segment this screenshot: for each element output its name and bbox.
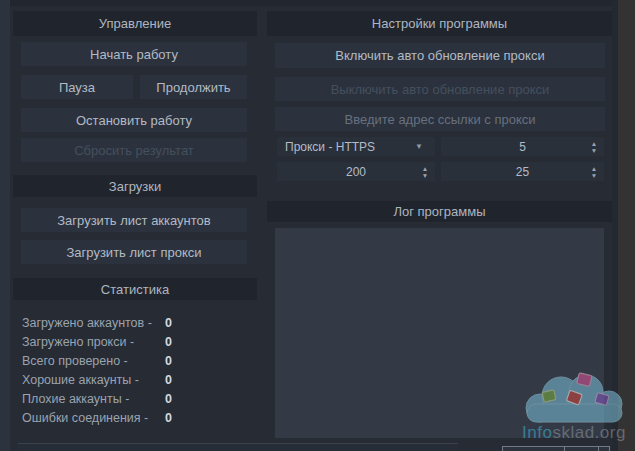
resume-button[interactable]: Продолжить <box>140 75 247 99</box>
stat-row-bad-accounts: Плохие аккаунты - 0 <box>22 390 250 409</box>
load-proxies-button[interactable]: Загрузить лист прокси <box>21 240 247 264</box>
spinbox-bottom-right-arrows[interactable]: ▲ ▼ <box>586 163 602 180</box>
cloud-icon <box>516 366 632 424</box>
chevron-down-icon: ▼ <box>415 142 423 151</box>
section-header-settings: Настройки программы <box>267 11 612 36</box>
spin-up-icon[interactable]: ▲ <box>422 165 428 172</box>
start-work-button[interactable]: Начать работу <box>21 42 247 66</box>
spin-down-icon[interactable]: ▼ <box>422 172 428 179</box>
stat-row-loaded-accounts: Загружено аккаунтов - 0 <box>22 314 250 333</box>
section-header-downloads: Загрузки <box>13 175 257 197</box>
bottom-partial-segment[interactable] <box>565 447 599 451</box>
spinbox-bottom-right[interactable]: 25 ▲ ▼ <box>441 162 604 181</box>
spinbox-top-value: 5 <box>519 140 526 154</box>
stat-row-good-accounts: Хорошие аккаунты - 0 <box>22 371 250 390</box>
section-header-log: Лог программы <box>267 201 612 222</box>
disable-auto-proxy-update-button[interactable]: Выключить авто обновление прокси <box>275 77 605 101</box>
proxy-type-selected-value: Прокси - HTTPS <box>277 140 375 154</box>
spinbox-top-arrows[interactable]: ▲ ▼ <box>586 138 602 155</box>
stat-value: 0 <box>165 392 172 406</box>
watermark-brand-accent: Info <box>522 423 552 442</box>
spin-down-icon[interactable]: ▼ <box>591 172 597 179</box>
window-left-edge <box>0 0 10 451</box>
stat-label: Плохие аккаунты - <box>22 392 129 406</box>
spin-down-icon[interactable]: ▼ <box>591 147 597 154</box>
stat-label: Загружено аккаунтов - <box>22 316 152 330</box>
bottom-partial-control[interactable] <box>502 446 610 451</box>
spinbox-top[interactable]: 5 ▲ ▼ <box>441 137 604 156</box>
stat-row-total-checked: Всего проверено - 0 <box>22 352 250 371</box>
stat-label: Хорошие аккаунты - <box>22 373 139 387</box>
spinbox-bottom-left-value: 200 <box>346 165 366 179</box>
proxy-url-input[interactable] <box>275 107 605 131</box>
bottom-partial-segment[interactable] <box>503 447 565 451</box>
enable-auto-proxy-update-button[interactable]: Включить авто обновление прокси <box>275 43 605 68</box>
reset-result-button[interactable]: Сбросить результат <box>21 138 247 162</box>
spin-up-icon[interactable]: ▲ <box>591 140 597 147</box>
section-header-management: Управление <box>13 11 257 36</box>
bottom-partial-segment[interactable] <box>599 447 609 451</box>
spinbox-bottom-right-value: 25 <box>516 165 529 179</box>
watermark-brand-rest: sklad.org <box>552 423 625 442</box>
desktop-background: Управление Начать работу Пауза Продолжит… <box>0 0 635 451</box>
stop-work-button[interactable]: Остановить работу <box>21 108 247 132</box>
spinbox-bottom-left[interactable]: 200 ▲ ▼ <box>277 162 435 181</box>
stat-label: Всего проверено - <box>22 354 128 368</box>
spinbox-bottom-left-arrows[interactable]: ▲ ▼ <box>417 163 433 180</box>
stat-value: 0 <box>165 373 172 387</box>
statistics-list: Загружено аккаунтов - 0 Загружено прокси… <box>22 314 250 428</box>
section-header-statistics: Статистика <box>13 278 257 300</box>
spin-up-icon[interactable]: ▲ <box>591 165 597 172</box>
proxy-type-dropdown[interactable]: Прокси - HTTPS ▼ <box>277 137 435 156</box>
stat-value: 0 <box>165 411 172 425</box>
stat-label: Загружено прокси - <box>22 335 134 349</box>
stat-row-loaded-proxies: Загружено прокси - 0 <box>22 333 250 352</box>
pause-button[interactable]: Пауза <box>21 75 133 99</box>
bottom-progress-bar <box>18 443 458 451</box>
stat-value: 0 <box>165 354 172 368</box>
load-accounts-button[interactable]: Загрузить лист аккаунтов <box>21 208 247 232</box>
stat-row-connection-errors: Ошибки соединения - 0 <box>22 409 250 428</box>
infosklad-watermark: Infosklad.org <box>516 366 632 446</box>
watermark-brand-text: Infosklad.org <box>518 423 630 443</box>
stat-value: 0 <box>165 316 172 330</box>
window-top-edge <box>0 0 618 6</box>
stat-value: 0 <box>165 335 172 349</box>
stat-label: Ошибки соединения - <box>22 411 148 425</box>
